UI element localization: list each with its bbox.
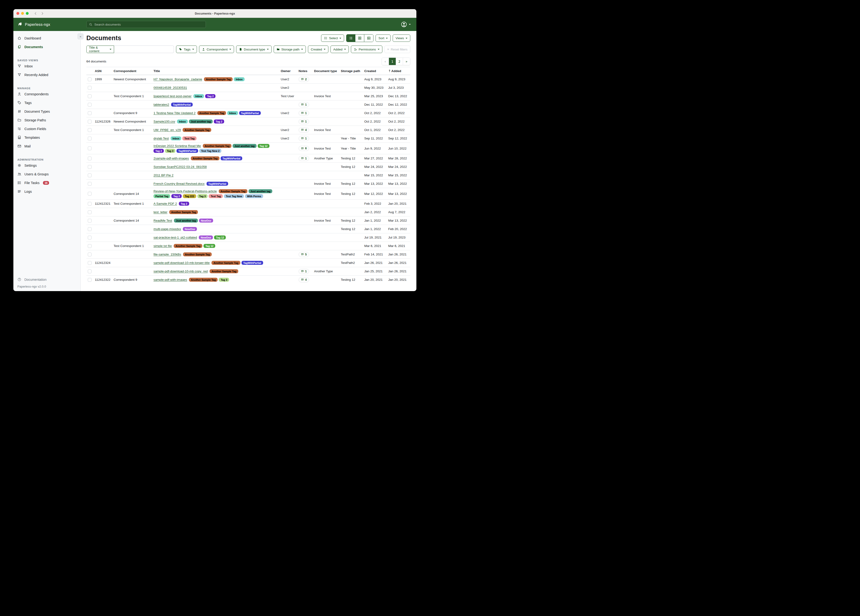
notes-badge[interactable]: 1 — [298, 102, 309, 107]
tag-chip[interactable]: Just another tag — [189, 119, 213, 124]
document-link[interactable]: Review-of-New-York-Federal-Petitions-art… — [154, 189, 217, 193]
document-link[interactable]: A Sample PDF 2 — [154, 202, 177, 206]
row-checkbox[interactable] — [88, 219, 91, 223]
document-link[interactable]: multi-page-mixedxx — [154, 227, 181, 231]
sidebar-item-mail[interactable]: Mail — [13, 142, 80, 151]
document-link[interactable]: Sample100.csv — [154, 120, 175, 123]
row-checkbox[interactable] — [88, 261, 91, 265]
filter-permissions-button[interactable]: Permissions — [351, 46, 382, 53]
row-checkbox[interactable] — [88, 244, 91, 248]
tag-chip[interactable]: With Perms — [245, 194, 263, 198]
sidebar-item-documentation[interactable]: Documentation — [13, 276, 80, 283]
row-checkbox[interactable] — [88, 253, 91, 256]
row-checkbox[interactable] — [88, 269, 91, 273]
list-view-button[interactable] — [347, 35, 355, 42]
row-checkbox[interactable] — [88, 128, 91, 132]
cell-storage[interactable]: TestPath2 — [341, 253, 364, 256]
tag-chip[interactable]: TagWithPartial — [221, 156, 242, 160]
row-checkbox[interactable] — [88, 111, 91, 115]
sidebar-item-custom-fields[interactable]: Custom Fields — [13, 124, 80, 133]
forward-button[interactable] — [41, 12, 44, 15]
col-owner[interactable]: Owner — [281, 69, 298, 73]
tag-chip[interactable]: Inbox — [177, 119, 188, 124]
sidebar-item-templates[interactable]: Templates — [13, 133, 80, 142]
tag-chip[interactable]: Another Sample Tag — [210, 269, 238, 273]
sidebar-item-dashboard[interactable]: Dashboard — [13, 34, 80, 42]
tag-chip[interactable]: TagWithPartial — [239, 111, 261, 115]
document-link[interactable]: file-sample_150kBs — [154, 253, 181, 256]
col-asn[interactable]: ASN — [95, 69, 114, 73]
notes-badge[interactable]: 4 — [298, 127, 309, 133]
document-link[interactable]: French Country Bread Revised.docx — [154, 182, 205, 185]
cell-correspondent[interactable]: Test Correspondent 1 — [114, 94, 154, 98]
cell-storage[interactable]: Testing 12 — [341, 192, 364, 196]
document-link[interactable]: [paperless] test post-owner — [154, 94, 191, 98]
tag-chip[interactable]: Tag 3 — [165, 149, 175, 153]
row-checkbox[interactable] — [88, 77, 91, 81]
filter-correspondent-button[interactable]: Correspondent — [199, 46, 234, 53]
tag-chip[interactable]: Tag 2 — [205, 94, 215, 98]
tag-chip[interactable]: TagWithPartial — [176, 149, 198, 153]
cell-doctype[interactable]: Another Type — [314, 157, 341, 160]
notes-badge[interactable]: 1 — [298, 156, 309, 161]
tag-chip[interactable]: Inbox — [234, 77, 244, 81]
tag-chip[interactable]: Tag 12 — [204, 244, 215, 248]
row-checkbox[interactable] — [88, 165, 91, 169]
document-link[interactable]: drylab Test — [154, 137, 169, 140]
document-link[interactable]: 0004814539_20230531 — [154, 86, 187, 90]
document-link[interactable]: simple txt file — [154, 244, 172, 248]
col-added[interactable]: ↑Added — [388, 69, 410, 73]
col-title[interactable]: Title — [154, 69, 281, 73]
cell-storage[interactable]: Testing 12 — [341, 219, 364, 222]
cell-storage[interactable]: Testing 12 — [341, 182, 364, 185]
tag-chip[interactable]: Just another tag — [249, 189, 273, 193]
tag-chip[interactable]: Just another tag — [232, 144, 257, 148]
cell-storage[interactable]: Year - Title — [341, 147, 364, 150]
tag-chip[interactable]: Another Sample Tag — [204, 77, 232, 81]
row-checkbox[interactable] — [88, 157, 91, 160]
tag-chip[interactable]: Another Sample Tag — [174, 244, 202, 248]
tag-chip[interactable]: Inbox — [193, 94, 204, 98]
sidebar-item-tags[interactable]: Tags — [13, 98, 80, 107]
user-menu[interactable] — [401, 21, 411, 27]
cell-correspondent[interactable]: Correspondent 9 — [114, 111, 154, 115]
document-link[interactable]: sample-pdf-download-10-mb-longer-title — [154, 261, 210, 265]
tag-chip[interactable]: Just another tag — [174, 218, 198, 223]
document-link[interactable]: sample-pdf-download-10-mb copy_red — [154, 269, 208, 273]
tag-chip[interactable]: Another Sample Tag — [189, 278, 218, 282]
tag-chip[interactable]: Another Sample Tag — [183, 252, 212, 256]
document-link[interactable]: UM_PPBE_en_v29 — [154, 128, 181, 132]
row-checkbox[interactable] — [88, 137, 91, 140]
tag-chip[interactable]: Tag 222 — [183, 194, 196, 198]
document-link[interactable]: 2sample-pdf-with-images — [154, 157, 189, 160]
cell-storage[interactable]: Testing 12 — [341, 278, 364, 281]
row-checkbox[interactable] — [88, 120, 91, 124]
views-button[interactable]: Views — [393, 35, 410, 42]
filter-tags-button[interactable]: Tags — [176, 46, 197, 53]
row-checkbox[interactable] — [88, 146, 91, 150]
cell-storage[interactable]: Year - Title — [341, 137, 364, 140]
filter-added-button[interactable]: Added — [331, 46, 349, 53]
sidebar-item-document-types[interactable]: Document Types — [13, 107, 80, 116]
minimize-button[interactable] — [21, 12, 24, 15]
cell-correspondent[interactable]: Correspondent 9 — [114, 278, 154, 281]
close-button[interactable] — [16, 12, 19, 15]
filter-storage-path-button[interactable]: Storage path — [274, 46, 306, 53]
detail-view-button[interactable] — [364, 35, 373, 42]
notes-badge[interactable]: 1 — [298, 269, 309, 274]
tag-chip[interactable]: Another Sample Tag — [203, 144, 231, 148]
cell-correspondent[interactable]: Correspondent 14 — [114, 219, 154, 222]
row-checkbox[interactable] — [88, 278, 91, 282]
search-input[interactable] — [94, 23, 203, 26]
page-button-»[interactable]: » — [403, 58, 410, 65]
tag-chip[interactable]: Tag 3 — [219, 278, 229, 282]
tag-chip[interactable]: Tag 12 — [258, 144, 270, 148]
notes-badge[interactable]: 5 — [298, 252, 309, 257]
page-button-2[interactable]: 2 — [396, 58, 403, 65]
document-link[interactable]: InDesign 2022 Scripting Read Me — [154, 144, 201, 148]
sidebar-item-documents[interactable]: Documents — [13, 42, 80, 51]
page-button-«[interactable]: « — [382, 58, 389, 65]
tag-chip[interactable]: TagWithPartial — [207, 182, 228, 186]
cell-correspondent[interactable]: Newest Correspondent — [114, 77, 154, 81]
tag-chip[interactable]: Test Tag — [182, 137, 196, 140]
